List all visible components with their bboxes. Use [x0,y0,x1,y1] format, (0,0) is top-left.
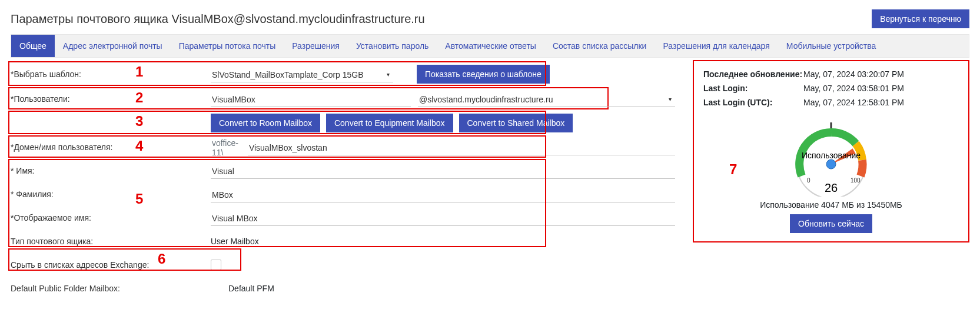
tab-distribution-list[interactable]: Состав списка рассылки [544,35,655,57]
gauge-value: 26 [825,181,838,194]
usage-panel: 7 Последнее обновление: May, 07, 2024 03… [693,60,969,242]
hide-addresslists-checkbox[interactable] [211,260,221,270]
lastname-label: * Фамилия: [11,190,211,199]
convert-to-equipment-button[interactable]: Convert to Equipment Mailbox [326,114,453,132]
tab-set-password[interactable]: Установить пароль [348,35,437,57]
tabs-bar: Общее Адрес электронной почты Параметры … [11,34,969,58]
firstname-label: * Имя: [11,166,211,175]
gauge-max: 100 [851,177,861,184]
mailbox-type-value: User Mailbox [211,237,259,246]
user-domain-select[interactable] [418,91,675,107]
gauge-min: 0 [807,177,810,184]
usage-caption: Использование 4047 МБ из 15450МБ [760,200,902,210]
tab-auto-replies[interactable]: Автоматические ответы [437,35,544,57]
show-template-details-button[interactable]: Показать сведения о шаблоне [417,65,550,84]
convert-to-shared-button[interactable]: Convert to Shared Mailbox [459,114,573,132]
default-pfm-value: Default PFM [228,284,274,293]
domain-username-input[interactable] [248,139,675,155]
default-pfm-label: Default Public Folder Mailbox: [11,284,228,293]
domain-user-label: *Домен/имя пользователя: [11,142,211,152]
last-update-value: May, 07, 2024 03:20:07 PM [803,69,959,79]
last-login-utc-value: May, 07, 2024 12:58:01 PM [803,98,959,107]
mailbox-type-label: Тип почтового ящика: [11,237,211,246]
last-login-label: Last Login: [703,84,803,93]
domain-prefix: voffice-11\ [211,135,241,160]
tab-permissions[interactable]: Разрешения [284,35,348,57]
page-title: Параметры почтового ящика VisualMBox@slv… [11,12,425,26]
convert-to-room-button[interactable]: Convert to Room Mailbox [211,114,320,132]
tab-mobile-devices[interactable]: Мобильные устройства [778,35,885,57]
back-to-list-button[interactable]: Вернуться к перечню [872,9,969,28]
hide-addresslists-label: Срыть в списках адресов Exchange: [11,260,211,270]
tab-email-address[interactable]: Адрес электронной почты [55,35,171,57]
displayname-label: *Отображаемое имя: [11,213,211,222]
last-login-value: May, 07, 2024 03:58:01 PM [803,84,959,93]
users-label: *Пользователи: [11,94,211,104]
usage-gauge: 0 100 Использование 26 [781,114,881,197]
refresh-now-button[interactable]: Обновить сейчас [790,214,872,233]
last-login-utc-label: Last Login (UTC): [703,98,803,107]
user-name-input[interactable] [211,91,411,107]
gauge-title: Использование [802,151,861,160]
lastname-input[interactable] [211,187,675,202]
svg-point-3 [826,160,836,169]
tab-general[interactable]: Общее [11,35,55,57]
template-label: *Выбрать шаблон: [11,69,211,79]
template-select[interactable] [211,67,393,82]
last-update-label: Последнее обновление: [703,69,803,79]
displayname-input[interactable] [211,210,675,226]
firstname-input[interactable] [211,163,675,179]
tab-mail-flow[interactable]: Параметры потока почты [171,35,284,57]
tab-calendar-permissions[interactable]: Разрешения для календаря [655,35,778,57]
